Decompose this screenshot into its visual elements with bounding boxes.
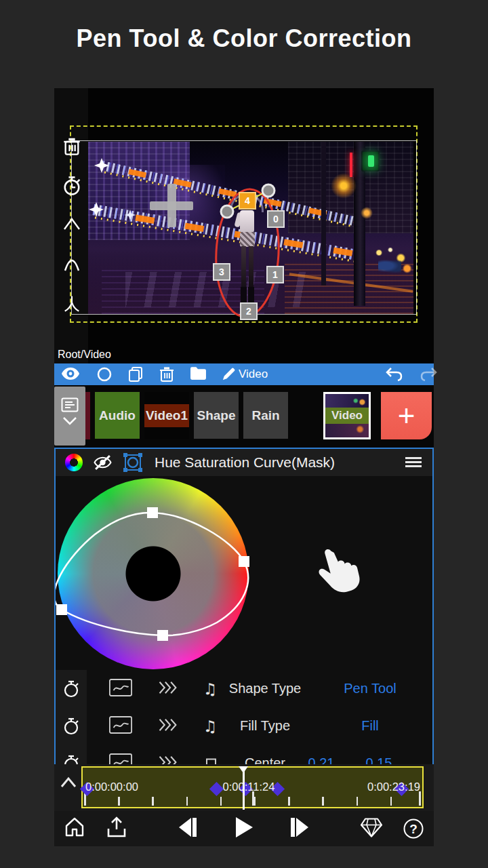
- layer-track-row: Audio Video1 Shape Rain Video +: [54, 385, 434, 448]
- split-point-button[interactable]: [60, 294, 83, 313]
- duplicate-button[interactable]: [127, 366, 144, 385]
- bottom-nav: ?: [54, 811, 434, 846]
- value-curve-icon: [108, 678, 133, 696]
- export-button[interactable]: [106, 816, 127, 841]
- property-label: Fill Type: [210, 707, 320, 745]
- pen-point-3[interactable]: 3: [213, 263, 230, 281]
- solo-button[interactable]: [96, 366, 113, 385]
- collapse-timeline-button[interactable]: [60, 776, 77, 791]
- eye-icon: [61, 366, 80, 381]
- menu-icon[interactable]: [405, 457, 422, 470]
- property-value-y[interactable]: 0.15: [352, 745, 405, 766]
- person-icon: [62, 294, 82, 313]
- next-frame-icon: [289, 816, 310, 838]
- track-tile-video-selected[interactable]: Video: [323, 392, 371, 439]
- premium-button[interactable]: [360, 817, 383, 841]
- property-row-shape-type: ♫ Shape Type Pen Tool: [56, 670, 432, 707]
- prev-frame-button[interactable]: [178, 816, 198, 841]
- track-tile-video1[interactable]: Video1: [144, 392, 189, 439]
- plus-icon: +: [398, 399, 415, 433]
- duplicate-icon: [127, 366, 144, 382]
- pen-point-1[interactable]: 1: [266, 266, 284, 283]
- help-button[interactable]: ?: [404, 819, 424, 839]
- playhead[interactable]: [243, 766, 245, 810]
- color-wheel-icon[interactable]: [65, 454, 83, 471]
- video-preview[interactable]: 0 1 2 3 4 Root/Video: [54, 88, 434, 366]
- value-curve-icon: [108, 715, 133, 734]
- chevron-down-icon: [62, 416, 78, 425]
- keyframe-stopwatch-button[interactable]: [56, 745, 87, 766]
- trash-icon: [159, 366, 174, 382]
- timecode-current: 0:00:11:24: [191, 781, 306, 793]
- clip-toolbar: Video: [54, 363, 434, 385]
- clip-edge-sliver: [85, 392, 90, 439]
- eye-off-icon: [94, 454, 112, 471]
- track-tile-shape[interactable]: Shape: [194, 392, 239, 439]
- pencil-icon: [221, 366, 237, 382]
- stopwatch-icon: [62, 717, 80, 736]
- play-button[interactable]: [234, 816, 254, 842]
- arc-icon: [62, 253, 82, 272]
- keyframe-stopwatch-button[interactable]: [56, 707, 87, 745]
- move-crosshair[interactable]: [167, 184, 176, 227]
- delete-clip-button[interactable]: [159, 366, 174, 385]
- redo-icon: [419, 366, 438, 382]
- undo-icon: [385, 366, 404, 382]
- undo-button[interactable]: [385, 366, 404, 385]
- next-frame-button[interactable]: [289, 816, 310, 841]
- app-window: 0 1 2 3 4 Root/Video: [54, 88, 434, 846]
- pen-point-2[interactable]: 2: [240, 302, 258, 320]
- circle-icon: [96, 366, 113, 382]
- clip-name-label: Video: [239, 368, 268, 381]
- property-label: Shape Type: [210, 670, 320, 707]
- track-tile-rain[interactable]: Rain: [243, 392, 288, 439]
- property-row-fill-type: ♫ Fill Type Fill: [56, 707, 432, 745]
- prev-frame-icon: [178, 816, 198, 838]
- property-value[interactable]: Pen Tool: [327, 670, 413, 707]
- timecode-end: 0:00:23:19: [367, 781, 420, 793]
- timeline-bar[interactable]: 0:00:00:00 0:00:11:24 0:00:23:19: [81, 766, 424, 808]
- home-icon: [64, 816, 85, 838]
- panel-header: Hue Saturation Curve(Mask): [56, 449, 432, 476]
- home-button[interactable]: [64, 816, 85, 841]
- property-value[interactable]: Fill: [327, 707, 413, 745]
- add-layer-button[interactable]: +: [381, 392, 432, 439]
- keyframe-stopwatch-button[interactable]: [56, 670, 87, 707]
- group-folder-button[interactable]: [190, 366, 207, 383]
- mask-mode-button[interactable]: [123, 453, 142, 475]
- property-value-x[interactable]: 0.21: [295, 745, 348, 766]
- layer-list-toggle[interactable]: [54, 387, 85, 446]
- property-row-center: Center 0.21 0.15: [56, 745, 432, 766]
- curve-editor-button[interactable]: [108, 715, 133, 736]
- expand-button[interactable]: [157, 715, 179, 736]
- clip-frame-border: [71, 140, 417, 315]
- help-icon: ?: [404, 819, 424, 839]
- stopwatch-icon: [62, 679, 80, 698]
- track-tile-audio[interactable]: Audio: [95, 392, 140, 439]
- chevron-up-icon: [60, 776, 77, 788]
- breadcrumb: Root/Video: [58, 349, 111, 361]
- timeline-strip: 0:00:00:00 0:00:11:24 0:00:23:19: [54, 764, 434, 811]
- pen-point-4-selected[interactable]: 4: [239, 192, 256, 210]
- redo-button[interactable]: [419, 366, 438, 385]
- effect-visibility-toggle[interactable]: [94, 454, 112, 473]
- pen-point-0[interactable]: 0: [267, 210, 285, 228]
- corner-point-button[interactable]: [60, 216, 83, 232]
- triple-chevron-icon: [157, 715, 179, 734]
- keyframe-stopwatch-button[interactable]: [60, 175, 83, 197]
- chevron-up-icon: [62, 216, 82, 232]
- smooth-point-button[interactable]: [60, 253, 83, 272]
- hue-wheel[interactable]: [58, 478, 249, 669]
- curve-editor-button[interactable]: [108, 678, 133, 699]
- property-rows: ♫ Shape Type Pen Tool: [56, 670, 432, 766]
- visibility-button[interactable]: [61, 366, 80, 384]
- rename-button[interactable]: [221, 366, 237, 384]
- trash-icon: [62, 137, 81, 156]
- page-title: Pen Tool & Color Correction: [0, 24, 488, 53]
- hand-cursor: [313, 542, 365, 602]
- folder-icon: [190, 366, 207, 380]
- delete-point-button[interactable]: [60, 137, 83, 156]
- hue-saturation-panel: Hue Saturation Curve(Mask): [54, 448, 434, 766]
- expand-button[interactable]: [157, 678, 179, 699]
- play-icon: [234, 816, 254, 839]
